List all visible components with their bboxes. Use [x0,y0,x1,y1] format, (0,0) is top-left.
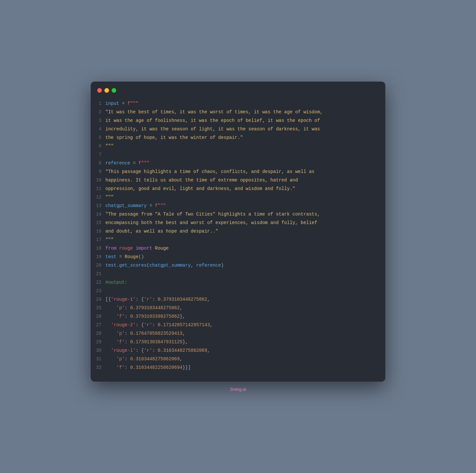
line-number: 30 [94,346,105,355]
code-line: 31 'p': 0.3103448275862069, [94,355,382,363]
line-content: it was the age of foolishness, it was th… [105,116,382,125]
line-content: the spring of hope, it was the winter of… [105,133,382,142]
line-number: 14 [94,210,105,218]
line-number: 25 [94,304,105,312]
line-number: 15 [94,218,105,227]
line-number: 32 [94,363,105,372]
code-line: 3it was the age of foolishness, it was t… [94,116,382,125]
line-number: 27 [94,321,105,329]
line-number: 7 [94,150,105,159]
line-number: 6 [94,142,105,150]
code-line: 22#output: [94,278,382,287]
code-line: 5the spring of hope, it was the winter o… [94,133,382,142]
line-number: 4 [94,125,105,133]
code-line: 26 'f': 0.3793103398275862}, [94,312,382,321]
code-line: 9"This passage highlights a time of chao… [94,167,382,176]
line-number: 3 [94,116,105,125]
code-line: 27 'rouge-2': {'r': 0.17142857142857143, [94,321,382,329]
code-line: 32 'f': 0.31034482258620694}}] [94,363,382,372]
line-number: 16 [94,227,105,236]
code-line: 25 'p': 0.3793103448275862, [94,304,382,312]
code-line: 1input = f""" [94,99,382,108]
code-line: 20test.get_scores(chatgpt_summary, refer… [94,261,382,270]
code-line: 21 [94,270,382,278]
close-button[interactable] [97,88,102,93]
line-content: [{'rouge-1': {'r': 0.3793103448275862, [105,295,382,304]
line-content: "It was the best of times, it was the wo… [105,108,382,116]
code-line: 4incredulity, it was the season of light… [94,125,382,133]
line-number: 17 [94,236,105,244]
code-area: 1input = f"""2"It was the best of times,… [91,99,385,372]
line-content: 'rouge-2': {'r': 0.17142857142857143, [105,321,382,329]
code-line: 30 'rouge-l': {'r': 0.3103448275862069, [94,346,382,355]
code-line: 8reference = f""" [94,159,382,167]
line-number: 8 [94,159,105,167]
code-line: 19test = Rouge() [94,253,382,261]
line-number: 21 [94,270,105,278]
code-line: 12""" [94,193,382,201]
line-number: 12 [94,193,105,201]
code-line: 16and doubt, as well as hope and despair… [94,227,382,236]
line-number: 9 [94,167,105,176]
code-line: 18from rouge import Rouge [94,244,382,253]
line-number: 31 [94,355,105,363]
line-number: 20 [94,261,105,270]
line-number: 10 [94,176,105,184]
line-content: 'p': 0.3103448275862069, [105,355,382,363]
footer-text: 2ming.ai [230,387,246,392]
line-number: 29 [94,338,105,346]
line-number: 28 [94,329,105,338]
line-content: 'rouge-l': {'r': 0.3103448275862069, [105,346,382,355]
code-line: 15encompassing both the best and worst o… [94,218,382,227]
minimize-button[interactable] [104,88,109,93]
line-number: 2 [94,108,105,116]
line-content: input = f""" [105,99,382,108]
line-content: and doubt, as well as hope and despair..… [105,227,382,236]
line-content: 'f': 0.17391303847931125}, [105,338,382,346]
line-content: "The passage from "A Tale of Two Cities"… [105,210,382,218]
line-content: encompassing both the best and worst of … [105,218,382,227]
code-line: 11oppression, good and evil, light and d… [94,184,382,193]
code-line: 10happiness. It tells us about the time … [94,176,382,184]
line-content: 'p': 0.17647058823529413, [105,329,382,338]
line-content: 'p': 0.3793103448275862, [105,304,382,312]
line-content: oppression, good and evil, light and dar… [105,184,382,193]
line-number: 26 [94,312,105,321]
line-number: 11 [94,184,105,193]
line-content: chatgpt_summary = f""" [105,201,382,210]
code-line: 14"The passage from "A Tale of Two Citie… [94,210,382,218]
code-window: 1input = f"""2"It was the best of times,… [91,82,385,382]
code-line: 6""" [94,142,382,150]
code-line: 29 'f': 0.17391303847931125}, [94,338,382,346]
line-number: 24 [94,295,105,304]
line-number: 5 [94,133,105,142]
line-number: 1 [94,99,105,108]
line-content: """ [105,193,382,201]
maximize-button[interactable] [112,88,116,93]
line-content: test = Rouge() [105,253,382,261]
code-line: 23 [94,287,382,295]
line-number: 13 [94,201,105,210]
line-content: """ [105,236,382,244]
code-line: 17""" [94,236,382,244]
line-number: 22 [94,278,105,287]
line-content: reference = f""" [105,159,382,167]
line-number: 23 [94,287,105,295]
line-content: """ [105,142,382,150]
line-content: #output: [105,278,382,287]
code-line: 2"It was the best of times, it was the w… [94,108,382,116]
line-number: 18 [94,244,105,253]
line-content: happiness. It tells us about the time of… [105,176,382,184]
line-content: "This passage highlights a time of chaos… [105,167,382,176]
title-bar [91,88,385,99]
line-content: 'f': 0.31034482258620694}}] [105,363,382,372]
code-line: 7 [94,150,382,159]
line-content: from rouge import Rouge [105,244,382,253]
code-line: 28 'p': 0.17647058823529413, [94,329,382,338]
code-line: 24[{'rouge-1': {'r': 0.3793103448275862, [94,295,382,304]
code-line: 13chatgpt_summary = f""" [94,201,382,210]
footer: 2ming.ai [230,387,246,392]
line-number: 19 [94,253,105,261]
line-content: incredulity, it was the season of light,… [105,125,382,133]
line-content: test.get_scores(chatgpt_summary, referen… [105,261,382,270]
